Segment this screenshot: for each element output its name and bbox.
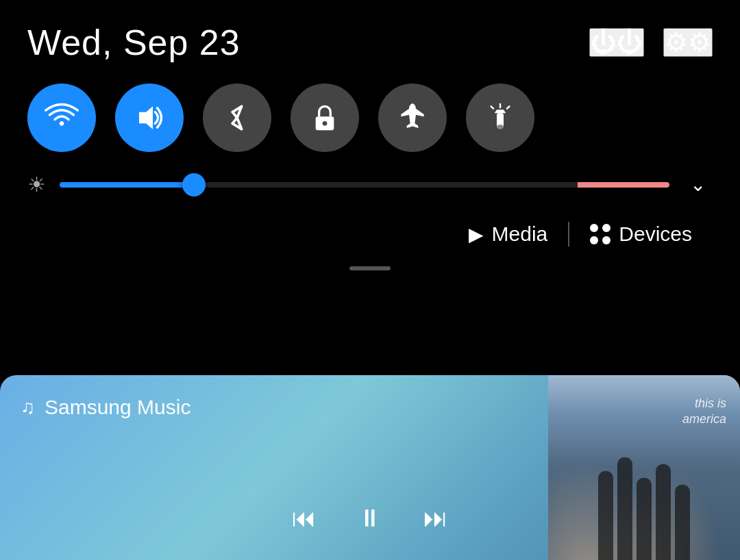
date-display: Wed, Sep 23 (27, 22, 241, 63)
media-devices-divider (568, 222, 569, 246)
devices-dot-4 (602, 236, 610, 244)
quick-toggles (0, 77, 740, 166)
figure-3 (637, 478, 652, 560)
svg-marker-6 (495, 110, 506, 113)
devices-grid-icon (590, 224, 610, 244)
album-art: this is america (548, 375, 740, 560)
devices-label: Devices (619, 222, 692, 246)
figure-5 (675, 485, 690, 560)
power-button[interactable]: ⏻ (589, 28, 644, 57)
svg-line-2 (232, 118, 237, 123)
album-text-line2: america (682, 411, 726, 427)
devices-dot-2 (602, 224, 610, 232)
figures (548, 437, 740, 560)
brightness-slider[interactable] (60, 182, 669, 188)
svg-point-7 (497, 125, 504, 129)
airplane-toggle[interactable] (378, 84, 447, 152)
settings-button[interactable]: ⚙ (663, 28, 713, 57)
music-app-name: ♫ Samsung Music (21, 396, 190, 419)
devices-dot-1 (590, 224, 598, 232)
figure-4 (656, 464, 671, 560)
svg-point-4 (323, 121, 328, 126)
devices-button[interactable]: Devices (576, 217, 706, 251)
sound-toggle[interactable] (115, 84, 184, 152)
bluetooth-toggle[interactable] (203, 84, 271, 152)
sound-icon (132, 101, 166, 135)
header-icons: ⏻ ⚙ (589, 28, 713, 57)
album-text: this is america (682, 396, 726, 428)
media-label: Media (492, 222, 548, 246)
slider-thumb[interactable] (182, 173, 206, 196)
wifi-toggle[interactable] (27, 84, 96, 152)
flashlight-icon (483, 101, 517, 135)
lock-icon (308, 101, 342, 135)
music-note-icon: ♫ (21, 396, 35, 418)
brightness-slider-row: ☀ ⌄ (0, 166, 740, 210)
figure-1 (598, 471, 613, 560)
media-button[interactable]: ▶ Media (455, 217, 562, 251)
wifi-icon (45, 101, 79, 135)
play-icon: ▶ (469, 223, 484, 246)
header: Wed, Sep 23 ⏻ ⚙ (0, 0, 740, 77)
music-player-card: this is america ♫ Samsung Music × ⏮ ⏸ ⏭ (0, 375, 740, 560)
svg-marker-0 (139, 106, 153, 129)
screen-lock-toggle[interactable] (291, 84, 359, 152)
drag-handle-bar (349, 266, 391, 270)
devices-dot-3 (590, 236, 598, 244)
album-text-line1: this is (682, 396, 726, 411)
drag-handle (0, 262, 740, 277)
next-button[interactable]: ⏭ (423, 504, 448, 533)
expand-icon[interactable]: ⌄ (683, 173, 713, 196)
bluetooth-icon (220, 101, 254, 135)
flashlight-toggle[interactable] (466, 84, 534, 152)
pause-button[interactable]: ⏸ (358, 504, 382, 533)
brightness-icon: ☀ (27, 173, 46, 196)
app-name-text: Samsung Music (45, 396, 190, 419)
media-devices-row: ▶ Media Devices (0, 210, 740, 262)
svg-line-9 (491, 106, 493, 108)
prev-button[interactable]: ⏮ (292, 504, 317, 533)
slider-track (60, 182, 669, 188)
svg-line-10 (507, 106, 509, 108)
airplane-icon (395, 101, 430, 135)
figure-2 (617, 457, 632, 560)
